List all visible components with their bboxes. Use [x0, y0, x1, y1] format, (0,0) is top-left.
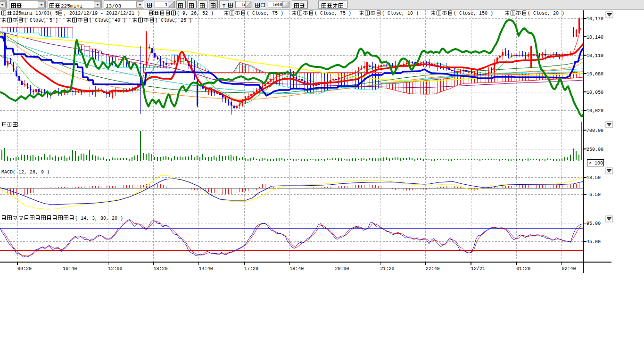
svg-text:01:20: 01:20: [516, 266, 530, 272]
svg-text:13:20: 13:20: [154, 266, 168, 272]
svg-text:( Close, 75 ): ( Close, 75 ): [247, 11, 283, 16]
svg-text:10,170: 10,170: [586, 16, 603, 22]
svg-text:10:40: 10:40: [63, 266, 77, 272]
svg-text:18:40: 18:40: [289, 266, 304, 272]
svg-text:12:00: 12:00: [108, 266, 122, 272]
svg-text:( Close, 25 ): ( Close, 25 ): [155, 18, 192, 23]
svg-text:10,050: 10,050: [586, 90, 603, 95]
svg-text:95.00: 95.00: [586, 221, 601, 226]
svg-text:( Close, 5 ): ( Close, 5 ): [24, 18, 58, 23]
svg-text:( Close, 10 ): ( Close, 10 ): [382, 11, 419, 16]
svg-text:( 9, 26, 52 ): ( 9, 26, 52 ): [177, 11, 214, 16]
svg-text:-6.50: -6.50: [586, 192, 601, 197]
svg-text:250.00: 250.00: [586, 147, 603, 152]
svg-text:22:40: 22:40: [426, 266, 440, 272]
svg-text:700.00: 700.00: [586, 128, 603, 133]
svg-text:09:20: 09:20: [17, 266, 32, 272]
svg-text:( Close, 40 ): ( Close, 40 ): [89, 18, 126, 23]
svg-text:10,080: 10,080: [586, 72, 603, 77]
svg-text:13.50: 13.50: [586, 175, 601, 181]
svg-text:21:20: 21:20: [380, 266, 395, 272]
svg-text:02:40: 02:40: [561, 266, 576, 272]
svg-text:( Close, 150 ): ( Close, 150 ): [454, 11, 493, 16]
svg-text:14:40: 14:40: [199, 266, 213, 272]
svg-text:10,140: 10,140: [586, 35, 603, 40]
svg-text:225mini 13/03( 5: 225mini 13/03( 5: [13, 11, 58, 16]
svg-text:20:00: 20:00: [335, 266, 349, 272]
svg-text:, 2012/12/19 - 2012/12/21 ): , 2012/12/19 - 2012/12/21 ): [64, 11, 140, 16]
svg-text:10,110: 10,110: [586, 53, 603, 58]
svg-text:10,020: 10,020: [586, 108, 603, 114]
svg-text:MACD( 12, 26, 9 ): MACD( 12, 26, 9 ): [1, 170, 50, 175]
svg-text:12/21: 12/21: [471, 266, 485, 272]
svg-text:( Close, 75 ): ( Close, 75 ): [314, 11, 351, 16]
svg-text:× 100: × 100: [589, 161, 603, 166]
svg-text:( 14, 3, 80, 20 ): ( 14, 3, 80, 20 ): [75, 216, 123, 221]
svg-text:17:20: 17:20: [244, 266, 258, 272]
svg-text:45.00: 45.00: [586, 239, 601, 245]
svg-text:( Close, 20 ): ( Close, 20 ): [528, 11, 564, 16]
